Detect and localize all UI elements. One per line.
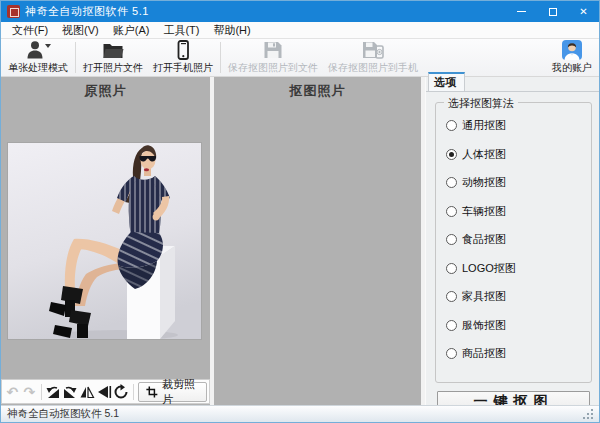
- tab-options[interactable]: 选项: [428, 72, 465, 91]
- save-file-icon: [262, 40, 284, 60]
- open-photo-file-label: 打开照片文件: [83, 61, 143, 75]
- radio-label: 家具抠图: [462, 289, 506, 304]
- maximize-icon: [549, 8, 557, 16]
- original-photo-image: [8, 143, 201, 339]
- minimize-icon: [517, 11, 526, 12]
- resize-grip[interactable]: [583, 409, 593, 419]
- save-cutout-to-phone-label: 保存抠图照片到手机: [328, 61, 418, 75]
- single-mode-button[interactable]: 单张处理模式: [3, 39, 73, 76]
- person-mode-icon: [25, 40, 52, 60]
- open-phone-photo-label: 打开手机照片: [153, 61, 213, 75]
- radio-vehicle-cutout[interactable]: 车辆抠图: [446, 205, 591, 218]
- edit-toolbar-separator: [41, 384, 42, 400]
- save-cutout-to-phone-button: 保存抠图照片到手机: [323, 39, 423, 76]
- radio-label: 动物抠图: [462, 175, 506, 190]
- menu-help[interactable]: 帮助(H): [206, 22, 257, 39]
- flip-vertical-icon[interactable]: [96, 382, 113, 402]
- open-phone-photo-button[interactable]: 打开手机照片: [148, 39, 218, 76]
- options-body: 选择抠图算法 通用抠图 人体抠图 动物抠图: [426, 92, 599, 423]
- radio-icon: [446, 320, 457, 331]
- algorithm-groupbox: 选择抠图算法 通用抠图 人体抠图 动物抠图: [435, 102, 592, 383]
- radio-animal-cutout[interactable]: 动物抠图: [446, 176, 591, 189]
- folder-icon: [102, 40, 124, 60]
- close-icon: ✕: [579, 6, 587, 17]
- radio-icon: [446, 177, 457, 188]
- status-bar: 神奇全自动抠图软件 5.1: [1, 405, 599, 422]
- radio-clothing-cutout[interactable]: 服饰抠图: [446, 319, 591, 332]
- menu-bar: 文件(F) 视图(V) 账户(A) 工具(T) 帮助(H): [1, 22, 599, 39]
- radio-label: 车辆抠图: [462, 204, 506, 219]
- crop-photo-button[interactable]: 裁剪照片: [138, 382, 207, 402]
- menu-tools[interactable]: 工具(T): [156, 22, 206, 39]
- flip-horizontal-icon[interactable]: [79, 382, 96, 402]
- radio-icon: [446, 348, 457, 359]
- radio-furniture-cutout[interactable]: 家具抠图: [446, 290, 591, 303]
- options-panel: 选项 选择抠图算法 通用抠图 人体抠图 动物抠图: [425, 77, 599, 405]
- open-photo-file-button[interactable]: 打开照片文件: [78, 39, 148, 76]
- save-cutout-to-file-label: 保存抠图照片到文件: [228, 61, 318, 75]
- crop-photo-label: 裁剪照片: [162, 377, 199, 407]
- app-icon: [7, 5, 20, 18]
- original-photo-panel: 原照片: [1, 77, 210, 405]
- status-text: 神奇全自动抠图软件 5.1: [7, 407, 119, 421]
- crop-icon: [146, 385, 158, 399]
- my-account-button[interactable]: 我的账户: [547, 39, 597, 76]
- radio-label: 通用抠图: [462, 118, 506, 133]
- radio-icon: [446, 234, 457, 245]
- account-avatar-icon: [561, 40, 583, 60]
- rotate-left-icon[interactable]: [45, 382, 62, 402]
- cutout-photo-title: 抠图照片: [214, 77, 421, 100]
- original-photo-title: 原照片: [1, 77, 210, 100]
- save-cutout-to-file-button: 保存抠图照片到文件: [223, 39, 323, 76]
- menu-account[interactable]: 账户(A): [106, 22, 157, 39]
- single-mode-label: 单张处理模式: [8, 61, 68, 75]
- rotate-right-icon[interactable]: [62, 382, 79, 402]
- menu-view[interactable]: 视图(V): [55, 22, 106, 39]
- title-bar: 神奇全自动抠图软件 5.1 ✕: [1, 1, 599, 22]
- undo-icon: ↶: [4, 382, 21, 402]
- menu-file[interactable]: 文件(F): [5, 22, 55, 39]
- radio-human-cutout[interactable]: 人体抠图: [446, 148, 591, 161]
- radio-label: 人体抠图: [462, 147, 506, 162]
- radio-icon: [446, 206, 457, 217]
- main-area: 原照片: [1, 77, 599, 405]
- radio-label: LOGO抠图: [462, 261, 516, 276]
- photo-edit-toolbar: ↶ ↷: [1, 379, 210, 404]
- maximize-button[interactable]: [537, 1, 568, 22]
- redo-icon: ↷: [21, 382, 38, 402]
- edit-toolbar-separator: [133, 384, 134, 400]
- rotate-any-angle-icon[interactable]: [113, 382, 130, 402]
- radio-label: 服饰抠图: [462, 318, 506, 333]
- radio-food-cutout[interactable]: 食品抠图: [446, 233, 591, 246]
- algorithm-group-title: 选择抠图算法: [444, 96, 518, 111]
- minimize-button[interactable]: [506, 1, 537, 22]
- radio-label: 商品抠图: [462, 346, 506, 361]
- toolbar-spacer: [423, 39, 547, 76]
- radio-icon: [446, 263, 457, 274]
- radio-logo-cutout[interactable]: LOGO抠图: [446, 262, 591, 275]
- radio-icon: [446, 120, 457, 131]
- radio-icon: [446, 291, 457, 302]
- cutout-photo-panel: 抠图照片: [214, 77, 421, 405]
- radio-label: 食品抠图: [462, 232, 506, 247]
- toolbar-separator: [75, 42, 76, 73]
- main-toolbar: 单张处理模式 打开照片文件 打开手机照片: [1, 39, 599, 77]
- window-title: 神奇全自动抠图软件 5.1: [25, 4, 149, 19]
- radio-icon: [446, 149, 457, 160]
- radio-general-cutout[interactable]: 通用抠图: [446, 119, 591, 132]
- toolbar-separator: [220, 42, 221, 73]
- close-button[interactable]: ✕: [568, 1, 599, 22]
- save-phone-icon: [361, 40, 385, 60]
- radio-product-cutout[interactable]: 商品抠图: [446, 347, 591, 360]
- phone-icon: [172, 40, 194, 60]
- app-window: 神奇全自动抠图软件 5.1 ✕ 文件(F) 视图(V) 账户(A) 工具(T) …: [0, 0, 600, 423]
- my-account-label: 我的账户: [552, 61, 592, 75]
- options-tab-strip: 选项: [426, 77, 599, 92]
